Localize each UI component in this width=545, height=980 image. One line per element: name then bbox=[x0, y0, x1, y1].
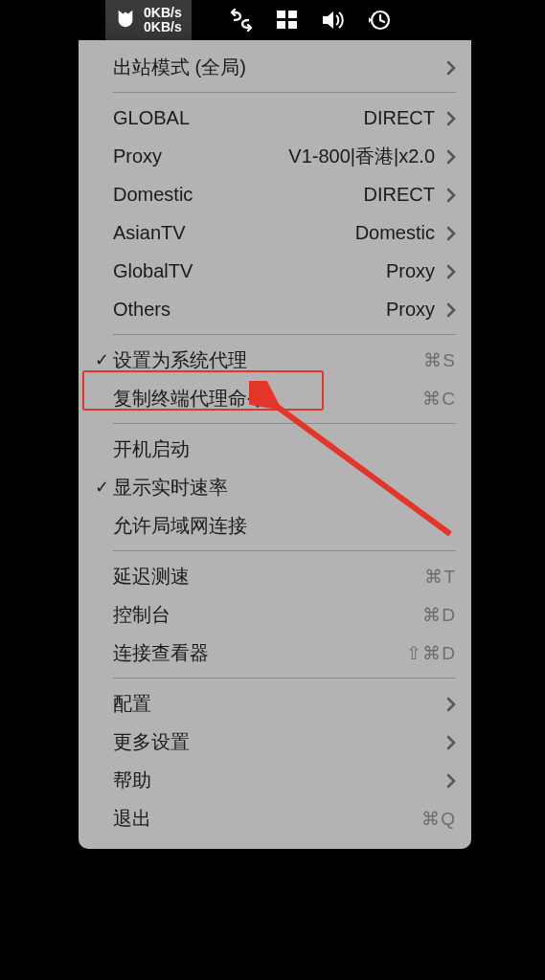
app-dropdown-menu: 出站模式 (全局) GLOBAL DIRECT Proxy V1-800|香港|… bbox=[79, 40, 471, 849]
menubar-app-item[interactable]: 0KB/s 0KB/s bbox=[105, 0, 192, 40]
menu-help[interactable]: 帮助 bbox=[79, 761, 471, 799]
svg-rect-0 bbox=[277, 11, 285, 18]
speed-up: 0KB/s bbox=[144, 6, 182, 20]
menu-dashboard[interactable]: 控制台 ⌘D bbox=[79, 595, 471, 634]
chevron-right-icon bbox=[439, 107, 456, 129]
menu-label: Others bbox=[113, 299, 386, 321]
menu-value: V1-800|香港|x2.0 bbox=[288, 144, 439, 169]
menu-label: 设置为系统代理 bbox=[113, 347, 414, 373]
menu-label: 延迟测速 bbox=[113, 564, 414, 590]
menu-value: Domestic bbox=[355, 222, 439, 244]
chevron-right-icon bbox=[439, 260, 456, 282]
menu-label: 允许局域网连接 bbox=[113, 513, 456, 539]
menu-separator bbox=[113, 92, 456, 93]
menu-label: 复制终端代理命令 bbox=[113, 386, 414, 412]
menu-launch-at-login[interactable]: 开机启动 bbox=[79, 430, 471, 468]
menu-quit[interactable]: 退出 ⌘Q bbox=[79, 799, 471, 837]
menu-label: 帮助 bbox=[113, 768, 439, 793]
chevron-right-icon bbox=[439, 184, 456, 206]
menu-rule-domestic[interactable]: Domestic DIRECT bbox=[79, 175, 471, 213]
chevron-right-icon bbox=[439, 693, 456, 715]
menubar-windows-icon[interactable] bbox=[264, 0, 310, 40]
menu-set-system-proxy[interactable]: ✓ 设置为系统代理 ⌘S bbox=[79, 341, 471, 379]
menu-rule-globaltv[interactable]: GlobalTV Proxy bbox=[79, 252, 471, 290]
menu-label: 开机启动 bbox=[113, 436, 456, 462]
menu-shortcut: ⌘Q bbox=[414, 808, 456, 830]
menu-shortcut: ⌘D bbox=[414, 604, 456, 626]
chevron-right-icon bbox=[439, 56, 456, 78]
menu-label: GLOBAL bbox=[113, 107, 364, 129]
menu-label: 连接查看器 bbox=[113, 640, 406, 666]
menu-conn-viewer[interactable]: 连接查看器 ⇧⌘D bbox=[79, 634, 471, 672]
menu-label: 控制台 bbox=[113, 602, 414, 628]
menu-outbound-mode[interactable]: 出站模式 (全局) bbox=[79, 48, 471, 86]
menu-label: Proxy bbox=[113, 145, 288, 167]
menu-label: 显示实时速率 bbox=[113, 475, 456, 501]
menu-rule-others[interactable]: Others Proxy bbox=[79, 290, 471, 328]
cat-icon bbox=[115, 8, 136, 33]
checkmark-icon: ✓ bbox=[90, 477, 113, 498]
menu-latency-test[interactable]: 延迟测速 ⌘T bbox=[79, 557, 471, 595]
chevron-right-icon bbox=[439, 731, 456, 753]
menu-value: Proxy bbox=[386, 260, 439, 282]
menu-separator bbox=[113, 678, 456, 679]
network-speed: 0KB/s 0KB/s bbox=[144, 6, 182, 34]
macos-menubar: 0KB/s 0KB/s bbox=[0, 0, 545, 40]
menu-label: 配置 bbox=[113, 691, 439, 717]
menu-label: AsianTV bbox=[113, 222, 355, 244]
checkmark-icon: ✓ bbox=[90, 349, 113, 370]
menubar-timemachine-icon[interactable] bbox=[356, 0, 402, 40]
svg-rect-3 bbox=[288, 21, 297, 29]
menu-shortcut: ⌘C bbox=[414, 388, 456, 410]
chevron-right-icon bbox=[439, 769, 456, 791]
menu-label: 更多设置 bbox=[113, 729, 439, 755]
chevron-right-icon bbox=[439, 222, 456, 244]
svg-rect-2 bbox=[277, 21, 285, 29]
chevron-right-icon bbox=[439, 145, 456, 167]
menu-label: GlobalTV bbox=[113, 260, 386, 282]
menu-separator bbox=[113, 334, 456, 335]
menu-show-realtime-rate[interactable]: ✓ 显示实时速率 bbox=[79, 468, 471, 506]
menu-label: Domestic bbox=[113, 184, 364, 206]
menu-label: 出站模式 (全局) bbox=[113, 55, 439, 80]
chevron-right-icon bbox=[439, 299, 456, 321]
menu-shortcut: ⇧⌘D bbox=[406, 642, 456, 664]
menubar-volume-icon[interactable] bbox=[310, 0, 356, 40]
menu-value: DIRECT bbox=[364, 107, 439, 129]
menu-more-settings[interactable]: 更多设置 bbox=[79, 723, 471, 761]
menu-value: Proxy bbox=[386, 299, 439, 321]
menu-separator bbox=[113, 423, 456, 424]
menu-value: DIRECT bbox=[364, 184, 439, 206]
menu-rule-global[interactable]: GLOBAL DIRECT bbox=[79, 99, 471, 137]
menu-label: 退出 bbox=[113, 806, 414, 832]
menu-rule-proxy[interactable]: Proxy V1-800|香港|x2.0 bbox=[79, 137, 471, 175]
menu-shortcut: ⌘S bbox=[414, 349, 456, 371]
menu-allow-lan[interactable]: 允许局域网连接 bbox=[79, 506, 471, 545]
menu-copy-terminal-cmd[interactable]: 复制终端代理命令 ⌘C bbox=[79, 379, 471, 417]
speed-down: 0KB/s bbox=[144, 20, 182, 34]
menu-separator bbox=[113, 550, 456, 551]
menubar-stats-icon[interactable] bbox=[218, 0, 264, 40]
menu-shortcut: ⌘T bbox=[414, 566, 456, 588]
menu-config[interactable]: 配置 bbox=[79, 684, 471, 723]
menu-rule-asiantv[interactable]: AsianTV Domestic bbox=[79, 213, 471, 252]
svg-rect-1 bbox=[288, 11, 297, 18]
